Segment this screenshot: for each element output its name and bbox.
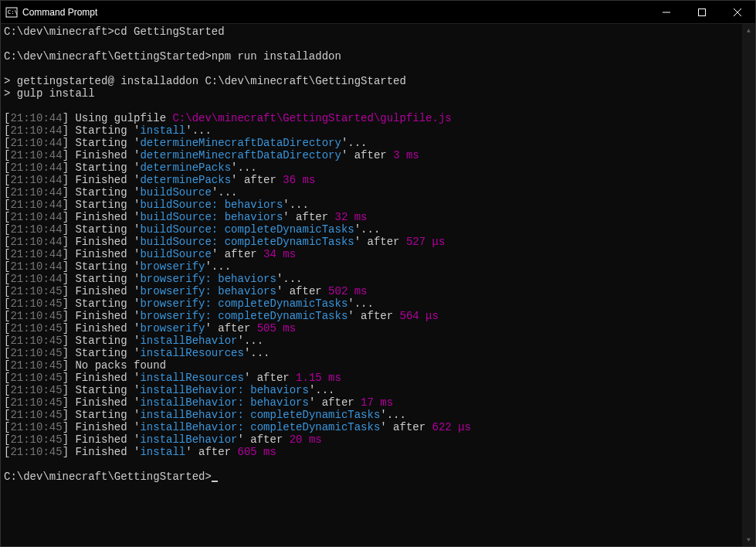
gulp-log-line: [21:10:45] Starting 'installBehavior'... xyxy=(4,335,739,347)
terminal-body: C:\dev\minecraft>cd GettingStarted C:\de… xyxy=(1,24,755,546)
minimize-button[interactable] xyxy=(649,1,684,23)
vertical-scrollbar[interactable]: ▲ ▼ xyxy=(742,24,755,546)
gulp-log-line: [21:10:45] Finished 'browserify: complet… xyxy=(4,310,739,322)
prompt-line: C:\dev\minecraft>cd GettingStarted xyxy=(4,25,739,38)
npm-output-line: > gettingstarted@ installaddon C:\dev\mi… xyxy=(4,75,739,87)
blank-line xyxy=(4,458,739,471)
prompt-line: C:\dev\minecraft\GettingStarted>npm run … xyxy=(4,50,739,63)
prompt-line: C:\dev\minecraft\GettingStarted> xyxy=(4,471,739,483)
gulp-log-line: [21:10:45] Starting 'installBehavior: co… xyxy=(4,409,739,421)
gulp-log-line: [21:10:45] Finished 'installBehavior' af… xyxy=(4,433,739,446)
terminal-output[interactable]: C:\dev\minecraft>cd GettingStarted C:\de… xyxy=(1,24,742,546)
maximize-button[interactable] xyxy=(684,1,720,23)
gulp-log-line: [21:10:44] Finished 'buildSource: behavi… xyxy=(4,211,739,223)
blank-line xyxy=(4,100,739,112)
gulp-log-line: [21:10:45] Starting 'browserify: complet… xyxy=(4,297,739,310)
scrollbar-up-arrow[interactable]: ▲ xyxy=(742,24,755,37)
blank-line xyxy=(4,63,739,75)
gulp-log-line: [21:10:44] Starting 'buildSource'... xyxy=(4,186,739,199)
gulp-log-line: [21:10:45] Finished 'installResources' a… xyxy=(4,372,739,384)
gulp-log-line: [21:10:45] Finished 'install' after 605 … xyxy=(4,446,739,458)
gulp-log-line: [21:10:44] Starting 'install'... xyxy=(4,124,739,137)
titlebar-left: C:\ Command Prompt xyxy=(1,6,97,19)
window-controls xyxy=(649,1,755,23)
gulp-log-line: [21:10:44] Starting 'browserify'... xyxy=(4,260,739,273)
gulp-log-line: [21:10:45] Finished 'installBehavior: be… xyxy=(4,396,739,409)
window-title: Command Prompt xyxy=(22,7,97,18)
scrollbar-down-arrow[interactable]: ▼ xyxy=(742,533,755,546)
gulp-log-line: [21:10:45] No packs found xyxy=(4,359,739,372)
gulp-log-line: [21:10:45] Starting 'installResources'..… xyxy=(4,347,739,359)
gulp-log-line: [21:10:44] Starting 'determinePacks'... xyxy=(4,161,739,174)
gulp-log-line: [21:10:44] Starting 'browserify: behavio… xyxy=(4,273,739,285)
gulp-log-line: [21:10:44] Starting 'determineMinecraftD… xyxy=(4,137,739,149)
gulp-log-line: [21:10:45] Finished 'browserify' after 5… xyxy=(4,322,739,335)
cmd-icon: C:\ xyxy=(5,6,18,19)
window-titlebar: C:\ Command Prompt xyxy=(1,1,755,24)
npm-output-line: > gulp install xyxy=(4,87,739,100)
gulp-log-line: [21:10:44] Finished 'determinePacks' aft… xyxy=(4,174,739,186)
blank-line xyxy=(4,38,739,50)
gulp-log-line: [21:10:45] Finished 'installBehavior: co… xyxy=(4,421,739,433)
svg-rect-3 xyxy=(699,8,706,15)
gulp-log-line: [21:10:44] Starting 'buildSource: behavi… xyxy=(4,199,739,211)
cursor xyxy=(212,481,218,482)
gulp-log-line: [21:10:44] Starting 'buildSource: comple… xyxy=(4,223,739,236)
gulp-log-line: [21:10:44] Finished 'buildSource: comple… xyxy=(4,236,739,248)
gulp-log-line: [21:10:44] Finished 'buildSource' after … xyxy=(4,248,739,260)
svg-text:C:\: C:\ xyxy=(8,9,18,15)
close-button[interactable] xyxy=(720,1,755,23)
gulp-log-line: [21:10:45] Finished 'browserify: behavio… xyxy=(4,285,739,297)
gulp-log-line: [21:10:44] Using gulpfile C:\dev\minecra… xyxy=(4,112,739,124)
gulp-log-line: [21:10:44] Finished 'determineMinecraftD… xyxy=(4,149,739,161)
gulp-log-line: [21:10:45] Starting 'installBehavior: be… xyxy=(4,384,739,396)
